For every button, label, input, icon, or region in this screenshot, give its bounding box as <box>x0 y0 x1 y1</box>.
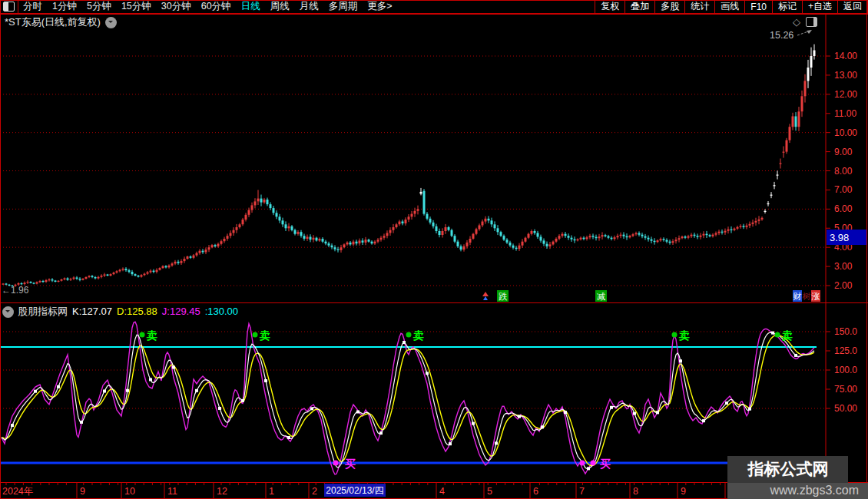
time-axis-month: 10 <box>124 486 135 497</box>
time-axis-month: 4 <box>439 486 445 497</box>
price-axis-label: 9.00 <box>834 147 853 157</box>
sell-signal-dot <box>775 332 780 338</box>
panel-toggle-icon[interactable] <box>806 17 817 27</box>
indicator-value: K:127.07 <box>72 306 112 317</box>
button-标记[interactable]: 标记 <box>772 0 802 14</box>
watermark-url: www.zbgs3.com <box>727 483 868 499</box>
tab-月线[interactable]: 月线 <box>300 0 319 13</box>
sell-signal-label: 卖 <box>259 329 270 342</box>
indicator-value: :130.00 <box>205 306 238 317</box>
low-price-annotation: ←1.96 <box>2 285 29 296</box>
diamond-marker-icon[interactable]: ◇ <box>793 17 800 27</box>
price-axis-label: 11.00 <box>834 108 856 119</box>
indicator-value: 股朋指标网 <box>18 306 68 317</box>
signal-tag-text: 减 <box>597 292 605 301</box>
indicator-axis-label: 125.0 <box>834 345 857 356</box>
sell-signal-label: 卖 <box>781 329 793 342</box>
stock-title: *ST东易(日线,前复权) <box>5 15 101 29</box>
trading-app-window: 卖卖卖卖卖买买跌减财树涨15.26←1.9614.0013.0012.0011.… <box>0 0 868 499</box>
selected-date-text: 2025/02/13/四 <box>326 485 383 496</box>
signal-tag-text: 财 <box>793 292 802 301</box>
time-axis-month: 8 <box>633 486 638 497</box>
time-axis-month: 6 <box>533 486 538 497</box>
tab-多周期[interactable]: 多周期 <box>329 0 358 13</box>
k-line-dot-markers <box>11 332 797 471</box>
price-axis-label: 14.00 <box>834 51 857 61</box>
tab-日线[interactable]: 日线 <box>241 0 260 13</box>
button-返回[interactable]: 返回 <box>837 0 868 14</box>
window-layout-icon[interactable] <box>3 2 15 12</box>
button-+自选[interactable]: +自选 <box>802 0 837 14</box>
stock-title-bar: *ST东易(日线,前复权) <box>5 15 117 29</box>
price-axis-label: 12.00 <box>834 89 857 100</box>
indicator-value: J:129.45 <box>162 306 200 317</box>
top-toolbar: 分时1分钟5分钟15分钟30分钟60分钟日线周线月线多周期更多> 复权叠加多股统… <box>0 0 868 14</box>
buy-signal-dot <box>333 461 339 466</box>
indicator-axis-label: 100.0 <box>834 365 857 375</box>
price-axis-label: 2.00 <box>834 280 853 291</box>
indicator-chevron-down-icon[interactable] <box>2 306 14 318</box>
tab-30分钟[interactable]: 30分钟 <box>161 0 191 13</box>
tab-分时[interactable]: 分时 <box>23 0 42 13</box>
button-统计[interactable]: 统计 <box>684 0 714 14</box>
button-F10[interactable]: F10 <box>744 0 772 14</box>
candlestick-series <box>2 45 816 287</box>
time-axis-month: 1 <box>269 486 274 497</box>
time-axis-month: 9 <box>80 486 85 497</box>
signal-tag-text: 树 <box>803 292 811 301</box>
buy-signal-label: 买 <box>345 458 356 470</box>
indicator-axis-label: 150.0 <box>834 326 857 337</box>
button-画线[interactable]: 画线 <box>714 0 744 14</box>
high-price-annotation: 15.26 <box>770 30 793 41</box>
price-axis-label: 10.00 <box>834 127 857 138</box>
indicator-axis-label: 50.00 <box>834 403 857 414</box>
time-axis-month: 11 <box>167 486 177 497</box>
alert-triangle-blue-icon <box>483 296 488 300</box>
signal-tag-text: 涨 <box>812 292 820 301</box>
signal-tag-text: 跌 <box>499 292 508 301</box>
tab-1分钟[interactable]: 1分钟 <box>52 0 77 13</box>
alert-triangle-red-icon <box>482 292 489 296</box>
toolbar-divider <box>18 0 18 14</box>
tab-15分钟[interactable]: 15分钟 <box>121 0 151 13</box>
last-price-value: 3.98 <box>830 232 849 243</box>
watermark-title: 指标公式网 <box>727 456 848 483</box>
button-复权[interactable]: 复权 <box>595 0 624 14</box>
period-tabs: 分时1分钟5分钟15分钟30分钟60分钟日线周线月线多周期更多> <box>23 0 392 13</box>
price-axis-label: 13.00 <box>834 70 857 81</box>
toolbar-buttons: 复权叠加多股统计画线F10标记+自选返回 <box>595 0 868 14</box>
indicator-axis-label: 75.00 <box>834 384 857 395</box>
indicator-values: 股朋指标网K:127.07D:125.88J:129.45:130.00 <box>18 305 243 319</box>
time-axis-month: 9 <box>681 486 686 497</box>
chart-corner-tools: ◇ <box>793 17 817 27</box>
tab-周线[interactable]: 周线 <box>270 0 290 13</box>
price-axis-label: 7.00 <box>834 184 853 195</box>
button-多股[interactable]: 多股 <box>654 0 684 14</box>
sell-signal-label: 卖 <box>412 329 424 342</box>
kdj-d-line <box>2 335 814 466</box>
indicator-header: 股朋指标网K:127.07D:125.88J:129.45:130.00 <box>2 305 243 319</box>
sell-signal-label: 卖 <box>146 329 157 342</box>
buy-signal-dot <box>591 461 596 466</box>
sell-signal-label: 卖 <box>678 329 690 342</box>
time-axis-month: 2 <box>312 486 317 497</box>
button-叠加[interactable]: 叠加 <box>624 0 654 14</box>
chart-surface[interactable]: 卖卖卖卖卖买买跌减财树涨15.26←1.9614.0013.0012.0011.… <box>0 0 868 499</box>
site-watermark: 指标公式网 www.zbgs3.com <box>727 456 868 499</box>
sell-signal-dot <box>672 332 678 338</box>
sell-signal-dot <box>406 332 412 338</box>
tab-5分钟[interactable]: 5分钟 <box>87 0 111 13</box>
time-axis-month: 7 <box>579 486 585 497</box>
chevron-down-icon[interactable] <box>105 17 117 28</box>
tab-更多>[interactable]: 更多> <box>367 0 392 13</box>
buy-signal-label: 买 <box>600 458 611 470</box>
price-axis-label: 3.00 <box>834 261 853 272</box>
sell-signal-dot <box>140 332 145 338</box>
time-axis-month: 5 <box>487 486 492 497</box>
tab-60分钟[interactable]: 60分钟 <box>201 0 231 13</box>
time-axis-month: 12 <box>217 486 227 497</box>
sell-signal-dot <box>253 332 258 338</box>
buy-signal-dot <box>580 461 585 466</box>
price-axis-label: 8.00 <box>834 166 853 177</box>
high-price-arrowhead <box>807 30 812 34</box>
